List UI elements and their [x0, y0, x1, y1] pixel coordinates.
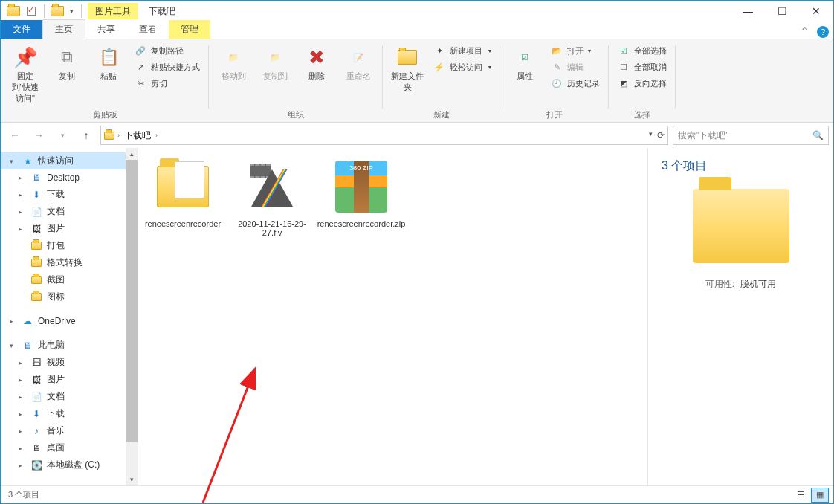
rename-button[interactable]: 📝重命名	[340, 42, 377, 85]
document-icon: 📄	[30, 206, 42, 218]
tree-quick-access[interactable]: ▾★快速访问	[1, 152, 138, 169]
back-button[interactable]: ←	[5, 126, 25, 145]
tree-downloads-2[interactable]: ▸⬇下载	[1, 405, 138, 422]
copy-to-button[interactable]: 📁复制到	[256, 42, 294, 85]
folder-icon[interactable]	[49, 3, 65, 19]
tab-view[interactable]: 查看	[127, 20, 169, 39]
folder-icon	[30, 240, 42, 252]
tab-file[interactable]: 文件	[1, 20, 42, 39]
file-name: 2020-11-21-16-29-27.flv	[235, 219, 309, 237]
up-button[interactable]: ↑	[77, 126, 96, 145]
tree-local-disk[interactable]: ▸💽本地磁盘 (C:)	[1, 456, 138, 474]
history-button[interactable]: 🕘历史记录	[548, 77, 603, 90]
properties-icon: ☑	[513, 45, 537, 69]
chevron-right-icon[interactable]: ›	[155, 132, 158, 139]
properties-button[interactable]: ☑属性	[506, 42, 543, 85]
view-large-icons-button[interactable]: ▦	[811, 488, 829, 503]
paste-shortcut-button[interactable]: ↗粘贴快捷方式	[132, 60, 203, 74]
move-to-button[interactable]: 📁移动到	[215, 42, 252, 85]
search-input[interactable]: 搜索"下载吧" 🔍	[673, 126, 829, 145]
view-details-button[interactable]: ☰	[792, 488, 809, 503]
tree-onedrive[interactable]: ▸☁OneDrive	[1, 313, 138, 329]
copy-path-button[interactable]: 🔗复制路径	[132, 44, 203, 57]
quick-access-toolbar: ▾	[1, 3, 85, 19]
file-item-zip[interactable]: 360 ZIP reneescreenrecorder.zip	[324, 157, 398, 228]
address-bar-row: ← → ▾ ↑ › 下载吧 › ▾ ⟳ 搜索"下载吧" 🔍	[1, 123, 833, 148]
address-bar[interactable]: › 下载吧 › ▾ ⟳	[100, 126, 668, 145]
address-dropdown-icon[interactable]: ▾	[649, 130, 653, 140]
chevron-right-icon[interactable]: ›	[117, 132, 120, 139]
search-icon[interactable]: 🔍	[812, 130, 824, 140]
maximize-button[interactable]: ☐	[765, 1, 799, 22]
tree-pictures-2[interactable]: ▸🖼图片	[1, 371, 138, 388]
download-icon: ⬇	[30, 408, 42, 420]
qat-dropdown-icon[interactable]: ▾	[67, 7, 77, 15]
folder-icon	[30, 274, 42, 286]
open-icon: 📂	[551, 45, 563, 56]
tree-this-pc[interactable]: ▾🖥此电脑	[1, 337, 138, 354]
cut-button[interactable]: ✂剪切	[132, 77, 203, 90]
picture-icon: 🖼	[30, 223, 42, 235]
new-folder-button[interactable]: 新建文件夹	[389, 42, 426, 96]
new-item-button[interactable]: ✦新建项目▾	[430, 44, 494, 57]
folder-icon[interactable]	[5, 3, 22, 19]
tab-home[interactable]: 主页	[42, 19, 85, 39]
tree-desktop[interactable]: ▸🖥Desktop	[1, 169, 138, 186]
tree-documents-2[interactable]: ▸📄文档	[1, 388, 138, 405]
delete-button[interactable]: ✖删除	[298, 42, 335, 85]
copy-button[interactable]: ⧉ 复制	[48, 42, 85, 85]
select-group-label: 选择	[615, 108, 670, 120]
collapse-ribbon-icon[interactable]: ⌃	[800, 25, 809, 39]
tree-pictures[interactable]: ▸🖼图片	[1, 220, 138, 237]
recent-locations-button[interactable]: ▾	[53, 126, 72, 145]
ribbon: 📌 固定到"快速访问" ⧉ 复制 📋 粘贴 🔗复制路径 ↗粘贴快捷方式 ✂剪切 …	[1, 39, 833, 123]
meta-label: 可用性:	[705, 279, 734, 289]
tree-videos[interactable]: ▸🎞视频	[1, 354, 138, 371]
refresh-icon[interactable]: ⟳	[657, 130, 665, 140]
window-controls: — ☐ ✕	[731, 1, 833, 22]
moveto-icon: 📁	[222, 45, 245, 69]
help-icon[interactable]: ?	[817, 26, 829, 38]
edit-button[interactable]: ✎编辑	[548, 60, 603, 74]
close-button[interactable]: ✕	[799, 1, 833, 22]
file-list[interactable]: reneescreenrecorder 2020-11-21-16-29-27.…	[138, 148, 647, 485]
star-icon: ★	[22, 155, 33, 167]
invert-selection-button[interactable]: ◩反向选择	[615, 77, 670, 90]
pin-to-quick-access-button[interactable]: 📌 固定到"快速访问"	[7, 42, 44, 107]
tree-format-convert[interactable]: 格式转换	[1, 254, 138, 271]
tree-downloads[interactable]: ▸⬇下载	[1, 186, 138, 203]
window-title: 下载吧	[149, 5, 731, 18]
folder-icon	[30, 257, 42, 269]
scroll-up-icon[interactable]: ▴	[126, 148, 138, 160]
open-button[interactable]: 📂打开▾	[548, 44, 603, 57]
tree-music[interactable]: ▸♪音乐	[1, 422, 138, 439]
scrollbar-thumb[interactable]	[126, 160, 138, 442]
tree-desktop-2[interactable]: ▸🖥桌面	[1, 439, 138, 456]
tree-screenshot[interactable]: 截图	[1, 271, 138, 288]
tree-icons[interactable]: 图标	[1, 288, 138, 306]
pin-icon: 📌	[13, 45, 37, 69]
select-all-button[interactable]: ☑全部选择	[615, 44, 670, 57]
minimize-button[interactable]: —	[731, 1, 765, 22]
folder-icon	[104, 132, 114, 140]
tab-share[interactable]: 共享	[85, 20, 127, 39]
forward-button[interactable]: →	[29, 126, 48, 145]
properties-qat-icon[interactable]	[23, 3, 39, 19]
scroll-down-icon[interactable]: ▾	[126, 474, 138, 485]
tree-dabao[interactable]: 打包	[1, 237, 138, 254]
file-item-folder[interactable]: reneescreenrecorder	[146, 157, 220, 228]
copyto-icon: 📁	[263, 45, 287, 69]
easy-access-button[interactable]: ⚡轻松访问▾	[430, 60, 494, 74]
paste-button[interactable]: 📋 粘贴	[90, 42, 127, 85]
new-item-icon: ✦	[433, 45, 445, 56]
ribbon-tabs: 文件 主页 共享 查看 管理 ⌃ ?	[1, 22, 833, 39]
file-item-flv[interactable]: 2020-11-21-16-29-27.flv	[235, 157, 309, 237]
tab-manage[interactable]: 管理	[169, 20, 210, 39]
navigation-tree[interactable]: ▾★快速访问 ▸🖥Desktop ▸⬇下载 ▸📄文档 ▸🖼图片 打包 格式转换 …	[1, 148, 138, 485]
select-none-button[interactable]: ☐全部取消	[615, 60, 670, 74]
breadcrumb-segment[interactable]: 下载吧	[123, 129, 152, 142]
tree-documents[interactable]: ▸📄文档	[1, 203, 138, 220]
clipboard-group-label: 剪贴板	[7, 108, 203, 120]
open-group-label: 打开	[506, 108, 603, 120]
shortcut-icon: ↗	[135, 61, 146, 73]
